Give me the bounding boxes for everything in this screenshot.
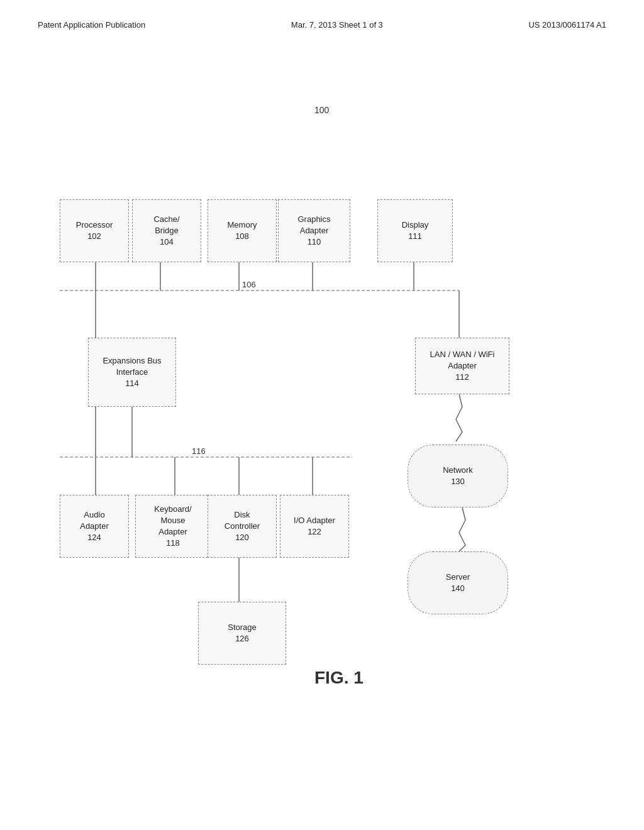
server-box: Server 140 [408,551,508,614]
graphics-adapter-number: 110 [308,236,321,248]
display-label: Display [402,219,429,231]
lan-wan-wifi-box: LAN / WAN / WiFiAdapter 112 [415,338,509,394]
keyboard-mouse-number: 118 [166,538,180,549]
processor-number: 102 [87,231,101,242]
processor-label: Processor [76,219,113,231]
disk-controller-box: DiskController 120 [208,495,277,558]
network-label: Network [443,465,473,476]
bus-106-label: 106 [242,280,256,289]
audio-adapter-number: 124 [87,532,101,543]
lan-wan-wifi-number: 112 [455,372,469,383]
display-box: Display 111 [377,199,453,262]
keyboard-mouse-box: Keyboard/MouseAdapter 118 [135,495,211,558]
storage-box: Storage 126 [198,602,286,665]
io-adapter-box: I/O Adapter 122 [280,495,349,558]
display-number: 111 [408,231,422,242]
expansions-bus-number: 114 [125,378,139,389]
header-right: US 2013/0061174 A1 [528,20,606,30]
audio-adapter-label: AudioAdapter [80,509,109,532]
storage-label: Storage [228,622,257,633]
graphics-adapter-box: GraphicsAdapter 110 [278,199,350,262]
memory-number: 108 [235,231,249,242]
audio-adapter-box: AudioAdapter 124 [60,495,129,558]
network-box: Network 130 [408,445,508,507]
io-adapter-label: I/O Adapter [294,515,335,526]
system-label: 100 [314,105,329,115]
processor-box: Processor 102 [60,199,129,262]
network-number: 130 [451,476,465,487]
diagram-area: 100 [0,42,644,784]
memory-label: Memory [228,219,257,231]
server-label: Server [446,572,470,583]
header-left: Patent Application Publication [38,20,145,30]
header-center: Mar. 7, 2013 Sheet 1 of 3 [291,20,383,30]
cache-bridge-label: Cache/Bridge [153,214,179,236]
cache-bridge-number: 104 [160,236,174,248]
expansions-bus-label: Expansions BusInterface [103,355,161,378]
graphics-adapter-label: GraphicsAdapter [297,214,330,236]
memory-box: Memory 108 [208,199,277,262]
storage-number: 126 [235,633,249,645]
expansions-bus-box: Expansions BusInterface 114 [88,338,176,407]
cache-bridge-box: Cache/Bridge 104 [132,199,201,262]
fig-label: FIG. 1 [314,668,364,688]
page-header: Patent Application Publication Mar. 7, 2… [0,0,644,42]
bus-116-label: 116 [192,446,206,456]
keyboard-mouse-label: Keyboard/MouseAdapter [154,504,191,538]
lan-wan-wifi-label: LAN / WAN / WiFiAdapter [430,349,495,372]
io-adapter-number: 122 [308,526,321,538]
server-number: 140 [451,583,465,594]
disk-controller-number: 120 [235,532,249,543]
disk-controller-label: DiskController [225,509,260,532]
